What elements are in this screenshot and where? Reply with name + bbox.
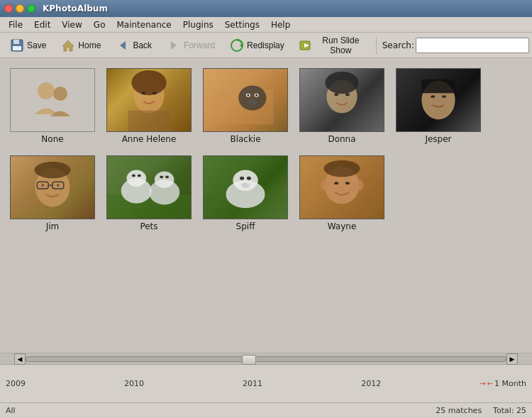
- svg-point-22: [255, 94, 257, 97]
- home-label: Home: [78, 40, 101, 50]
- menu-help[interactable]: Help: [265, 18, 296, 31]
- svg-point-47: [165, 175, 169, 178]
- svg-point-45: [155, 172, 174, 188]
- menu-go[interactable]: Go: [88, 18, 111, 31]
- status-right: 25 matches Total: 25: [436, 406, 526, 415]
- thumb-item-jim[interactable]: Jim: [6, 151, 99, 236]
- thumb-label-jesper: Jesper: [425, 134, 451, 144]
- minimize-button[interactable]: [16, 4, 24, 13]
- svg-point-30: [431, 95, 435, 98]
- svg-rect-13: [128, 111, 170, 131]
- year-2009: 2009: [6, 379, 26, 388]
- close-button[interactable]: [4, 4, 13, 13]
- thumb-image-anne-helene: [106, 68, 192, 132]
- redisplay-label: Redisplay: [247, 40, 284, 50]
- menubar: File Edit View Go Maintenance Plugins Se…: [0, 17, 532, 33]
- thumb-label-donna: Donna: [328, 134, 355, 144]
- search-input[interactable]: [416, 38, 529, 53]
- svg-point-42: [132, 174, 135, 177]
- timeline-scrollbar: ◀ ▶: [0, 353, 532, 365]
- month-label: 1 Month: [494, 379, 526, 388]
- menu-plugins[interactable]: Plugins: [177, 18, 219, 31]
- toolbar: Save Home Back Forward: [0, 33, 532, 58]
- forward-label: Forward: [184, 40, 215, 50]
- timeline-area: ◀ ▶ 2009 2010 2011 2012 → ← 1 Month: [0, 353, 532, 402]
- thumb-item-donna[interactable]: Donna: [295, 64, 389, 148]
- svg-marker-4: [120, 41, 126, 50]
- toolbar-separator: [376, 37, 377, 54]
- thumb-item-pets[interactable]: Pets: [102, 151, 196, 236]
- svg-point-16: [153, 92, 157, 94]
- save-icon: [9, 38, 25, 53]
- search-label: Search:: [382, 40, 414, 50]
- menu-maintenance[interactable]: Maintenance: [111, 18, 177, 31]
- redisplay-button[interactable]: Redisplay: [223, 35, 291, 56]
- svg-marker-7: [240, 43, 243, 48]
- svg-rect-2: [13, 46, 21, 50]
- svg-point-38: [34, 162, 70, 178]
- arrow-right-icon: →: [480, 380, 485, 387]
- save-button[interactable]: Save: [3, 35, 52, 56]
- arrow-left-icon: ←: [487, 380, 493, 387]
- scroll-right-button[interactable]: ▶: [506, 353, 518, 365]
- scroll-left-button[interactable]: ◀: [14, 353, 26, 365]
- thumb-image-jesper: [396, 68, 481, 132]
- thumb-label-pets: Pets: [140, 221, 157, 231]
- svg-point-36: [41, 184, 44, 187]
- scrollbar-thumb[interactable]: [242, 355, 256, 365]
- thumb-item-jesper[interactable]: Jesper: [392, 64, 485, 148]
- thumb-item-wayne[interactable]: Wayne: [295, 151, 389, 236]
- menu-file[interactable]: File: [3, 18, 28, 31]
- forward-button[interactable]: Forward: [160, 35, 221, 56]
- timeline-ruler: 2009 2010 2011 2012 → ← 1 Month: [0, 365, 532, 402]
- home-button[interactable]: Home: [54, 35, 107, 56]
- month-indicator: → ← 1 Month: [480, 379, 526, 388]
- thumb-label-blackie: Blackie: [230, 134, 260, 144]
- timeline-labels: 2009 2010 2011 2012 → ← 1 Month: [6, 379, 526, 388]
- svg-point-60: [355, 180, 364, 191]
- thumb-label-spiff: Spiff: [236, 221, 255, 231]
- titlebar: KPhotoAlbum: [0, 0, 532, 17]
- thumb-item-spiff[interactable]: Spiff: [199, 151, 292, 236]
- thumbnails-grid: None Anne Helene: [6, 64, 526, 236]
- thumb-label-jim: Jim: [46, 221, 60, 231]
- redisplay-icon: [229, 38, 245, 53]
- svg-marker-3: [62, 40, 74, 51]
- svg-point-37: [57, 184, 60, 187]
- svg-point-31: [442, 95, 446, 98]
- status-filter: All: [6, 406, 16, 415]
- thumb-image-spiff: [203, 155, 288, 219]
- svg-point-25: [325, 72, 358, 94]
- thumb-item-blackie[interactable]: Blackie: [199, 64, 292, 148]
- slideshow-label: Run Slide Show: [315, 35, 367, 55]
- statusbar: All 25 matches Total: 25: [0, 402, 532, 418]
- scrollbar-track[interactable]: [26, 356, 506, 362]
- maximize-button[interactable]: [27, 4, 35, 13]
- window-title: KPhotoAlbum: [43, 4, 108, 13]
- status-matches: 25 matches: [436, 406, 482, 415]
- thumb-item-none[interactable]: None: [6, 64, 99, 148]
- menu-edit[interactable]: Edit: [28, 18, 56, 31]
- thumb-image-jim: [10, 155, 95, 219]
- svg-point-46: [160, 175, 163, 178]
- thumb-image-none: [10, 68, 95, 132]
- svg-point-59: [321, 180, 329, 191]
- svg-point-15: [141, 92, 145, 94]
- menu-settings[interactable]: Settings: [219, 18, 265, 31]
- back-button[interactable]: Back: [109, 35, 158, 56]
- save-label: Save: [27, 40, 46, 50]
- thumb-item-anne-helene[interactable]: Anne Helene: [102, 64, 196, 148]
- menu-view[interactable]: View: [56, 18, 87, 31]
- slideshow-button[interactable]: Run Slide Show: [292, 33, 373, 58]
- svg-marker-5: [171, 41, 177, 50]
- thumb-label-wayne: Wayne: [328, 221, 357, 231]
- slideshow-icon: [299, 38, 313, 53]
- window-buttons: [4, 4, 35, 13]
- svg-point-58: [345, 182, 350, 185]
- thumb-image-blackie: [203, 68, 288, 132]
- back-icon: [115, 38, 131, 53]
- svg-point-26: [334, 93, 338, 96]
- thumb-image-donna: [299, 68, 384, 132]
- back-label: Back: [133, 40, 152, 50]
- svg-point-11: [53, 87, 67, 101]
